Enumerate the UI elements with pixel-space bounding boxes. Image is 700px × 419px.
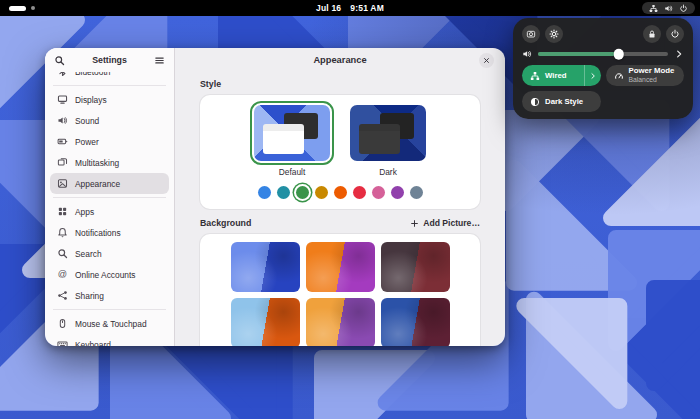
accent-color-slate[interactable] xyxy=(410,186,423,199)
sidebar-item-multitasking[interactable]: Multitasking xyxy=(50,152,169,173)
accent-color-blue[interactable] xyxy=(258,186,271,199)
sidebar-item-label: Apps xyxy=(75,207,94,217)
volume-fill xyxy=(538,52,619,56)
sidebar-item-label: Sharing xyxy=(75,291,104,301)
sidebar-item-label: Notifications xyxy=(75,228,121,238)
chevron-right-icon xyxy=(588,72,598,80)
accent-color-yellow[interactable] xyxy=(315,186,328,199)
wired-toggle-main[interactable]: Wired xyxy=(522,65,579,86)
power-mode-toggle[interactable]: Power Mode Balanced xyxy=(606,65,685,86)
style-default-preview xyxy=(254,105,330,161)
sidebar-separator xyxy=(53,85,166,86)
sidebar-item-displays[interactable]: Displays xyxy=(50,89,169,110)
background-thumb-dark-red-gradient[interactable] xyxy=(381,242,450,292)
sidebar-item-online-accounts[interactable]: @Online Accounts xyxy=(50,264,169,285)
display-icon xyxy=(57,94,68,105)
workspace-indicator[interactable] xyxy=(9,6,35,11)
sidebar-item-apps[interactable]: Apps xyxy=(50,201,169,222)
preview-front-window xyxy=(263,124,304,154)
sidebar-item-sound[interactable]: Sound xyxy=(50,110,169,131)
sidebar-header: Settings xyxy=(45,48,174,72)
mouse-icon xyxy=(57,318,68,329)
sidebar-item-notifications[interactable]: Notifications xyxy=(50,222,169,243)
volume-row xyxy=(522,48,684,60)
settings-window: Settings BluetoothDisplaysSoundPowerMult… xyxy=(45,48,505,346)
sidebar-item-search[interactable]: Search xyxy=(50,243,169,264)
style-default-selection-ring xyxy=(250,101,334,165)
wired-label: Wired xyxy=(545,71,567,80)
workspace-active-pill[interactable] xyxy=(9,6,26,11)
sidebar-item-label: Mouse & Touchpad xyxy=(75,319,147,329)
close-button[interactable] xyxy=(479,53,494,68)
wired-expand-button[interactable] xyxy=(584,65,601,86)
clock-time: 9:51 AM xyxy=(350,3,384,13)
lock-icon xyxy=(647,29,657,39)
accent-color-purple[interactable] xyxy=(391,186,404,199)
style-section-label: Style xyxy=(200,79,480,89)
chevron-right-icon[interactable] xyxy=(674,49,684,59)
style-dark-selection-ring xyxy=(346,101,430,165)
add-picture-button[interactable]: Add Picture… xyxy=(410,218,480,228)
background-thumb-pixel-landscape[interactable] xyxy=(231,298,300,346)
sidebar-item-keyboard[interactable]: Keyboard xyxy=(50,334,169,346)
appearance-content: Style Default xyxy=(175,72,505,346)
sidebar-item-label: Multitasking xyxy=(75,158,119,168)
plus-icon xyxy=(410,219,419,228)
dark-style-toggle[interactable]: Dark Style xyxy=(522,91,601,112)
search-icon[interactable] xyxy=(54,55,65,66)
quick-toggles: Wired Power Mode Balanced Dark Style xyxy=(522,65,684,112)
desktop-screen: Jul 16 9:51 AM Settings BluetoothDisplay… xyxy=(0,0,700,419)
sidebar-item-sharing[interactable]: Sharing xyxy=(50,285,169,306)
bluetooth-icon xyxy=(57,72,68,77)
sidebar-separator xyxy=(53,197,166,198)
style-option-default[interactable]: Default xyxy=(250,101,334,177)
close-icon xyxy=(482,56,491,65)
power-icon xyxy=(679,4,688,13)
screenshot-icon xyxy=(526,29,536,39)
background-thumb-blue-triangles[interactable] xyxy=(231,242,300,292)
sound-icon xyxy=(57,115,68,126)
power-button[interactable] xyxy=(666,25,684,43)
bell-icon xyxy=(57,227,68,238)
gear-icon xyxy=(549,29,559,39)
power-mode-subtitle: Balanced xyxy=(629,76,675,84)
top-bar: Jul 16 9:51 AM xyxy=(0,0,700,16)
volume-knob[interactable] xyxy=(613,49,624,60)
add-picture-label: Add Picture… xyxy=(423,218,480,228)
style-dark-preview xyxy=(350,105,426,161)
background-grid xyxy=(231,242,450,346)
main-header: Appearance xyxy=(175,48,505,72)
preview-front-window xyxy=(359,124,400,154)
wired-toggle[interactable]: Wired xyxy=(522,65,601,86)
accent-color-pink[interactable] xyxy=(372,186,385,199)
style-default-label: Default xyxy=(279,167,306,177)
accent-color-teal[interactable] xyxy=(277,186,290,199)
sidebar-item-appearance[interactable]: Appearance xyxy=(50,173,169,194)
screenshot-button[interactable] xyxy=(522,25,540,43)
quick-settings-panel: Wired Power Mode Balanced Dark Style xyxy=(513,18,693,119)
system-status-area[interactable] xyxy=(642,2,695,14)
background-card xyxy=(200,234,480,346)
clock[interactable]: Jul 16 9:51 AM xyxy=(316,0,384,16)
workspace-dot[interactable] xyxy=(31,6,35,10)
dark-style-icon xyxy=(530,97,540,107)
accent-color-green[interactable] xyxy=(296,186,309,199)
sidebar-item-bluetooth[interactable]: Bluetooth xyxy=(50,72,169,82)
accent-color-red[interactable] xyxy=(353,186,366,199)
accent-color-orange[interactable] xyxy=(334,186,347,199)
at-icon: @ xyxy=(57,269,68,280)
accent-color-row xyxy=(258,186,423,199)
volume-slider[interactable] xyxy=(538,52,668,56)
background-thumb-blue-maroon-shapes[interactable] xyxy=(381,298,450,346)
background-thumb-orange-magenta-gradient[interactable] xyxy=(306,242,375,292)
settings-button[interactable] xyxy=(545,25,563,43)
sidebar-item-mouse-touchpad[interactable]: Mouse & Touchpad xyxy=(50,313,169,334)
sidebar-item-label: Bluetooth xyxy=(75,72,110,77)
menu-icon[interactable] xyxy=(154,55,165,66)
style-option-dark[interactable]: Dark xyxy=(346,101,430,177)
sidebar-item-power[interactable]: Power xyxy=(50,131,169,152)
background-thumb-flame-gradient[interactable] xyxy=(306,298,375,346)
network-wired-icon xyxy=(649,4,658,13)
background-header: Background Add Picture… xyxy=(200,218,480,228)
lock-button[interactable] xyxy=(643,25,661,43)
